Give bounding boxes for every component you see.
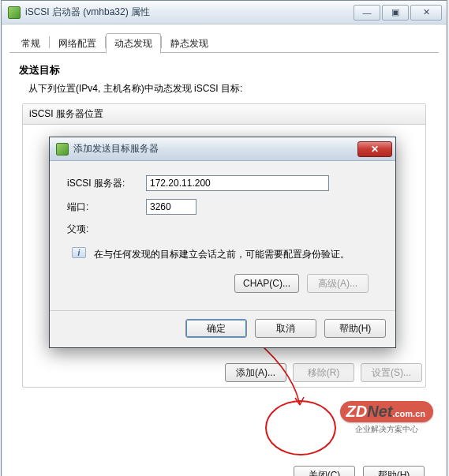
remove-button: 移除(R)	[293, 363, 354, 382]
settings-button: 设置(S)...	[361, 363, 422, 382]
tab-network-config[interactable]: 网络配置	[50, 33, 105, 54]
dialog-titlebar[interactable]: 添加发送目标服务器 ✕	[50, 137, 395, 161]
dialog-help-button[interactable]: 帮助(H)	[324, 319, 386, 338]
minimize-button[interactable]: —	[354, 5, 380, 21]
server-label: iSCSI 服务器:	[67, 177, 146, 190]
dialog-title: 添加发送目标服务器	[73, 142, 357, 156]
dialog-app-icon	[56, 143, 69, 156]
window-close-button[interactable]: ✕	[410, 5, 442, 21]
port-input[interactable]	[146, 199, 196, 215]
advanced-button: 高级(A)...	[307, 274, 369, 293]
ok-button[interactable]: 确定	[185, 319, 247, 338]
tab-dynamic-discovery[interactable]: 动态发现	[106, 33, 161, 54]
app-icon	[8, 6, 21, 19]
help-button[interactable]: 帮助(H)	[363, 466, 425, 476]
titlebar[interactable]: iSCSI 启动器 (vmhba32) 属性 — ▣ ✕	[2, 1, 447, 24]
parent-label: 父项:	[67, 223, 146, 236]
add-target-dialog: 添加发送目标服务器 ✕ iSCSI 服务器: 端口: 父项: i 在与任何发现的…	[49, 137, 396, 348]
maximize-button[interactable]: ▣	[382, 5, 409, 21]
section-description: 从下列位置(IPv4, 主机名称)中动态发现 iSCSI 目标:	[28, 82, 439, 96]
close-button[interactable]: 关闭(C)	[294, 466, 355, 476]
annotation-circle	[265, 400, 336, 455]
info-icon: i	[72, 247, 86, 258]
auth-note: 在与任何发现的目标建立会话之前，可能需要配置身份验证。	[94, 247, 350, 261]
chap-button[interactable]: CHAP(C)...	[234, 274, 299, 293]
tab-strip: 常规 网络配置 动态发现 静态发现	[9, 32, 439, 53]
section-title: 发送目标	[19, 64, 439, 77]
iscsi-server-input[interactable]	[146, 175, 329, 191]
footer-buttons: 关闭(C) 帮助(H)	[9, 466, 439, 476]
port-label: 端口:	[67, 201, 146, 214]
add-button[interactable]: 添加(A)...	[225, 363, 286, 382]
cancel-button[interactable]: 取消	[255, 319, 316, 338]
watermark: ZDNet.com.cn 企业解决方案中心	[340, 401, 433, 435]
group-header: iSCSI 服务器位置	[23, 104, 425, 125]
tab-static-discovery[interactable]: 静态发现	[162, 33, 217, 54]
dialog-close-button[interactable]: ✕	[357, 141, 392, 157]
window-title: iSCSI 启动器 (vmhba32) 属性	[25, 6, 354, 19]
tab-general[interactable]: 常规	[13, 33, 49, 54]
